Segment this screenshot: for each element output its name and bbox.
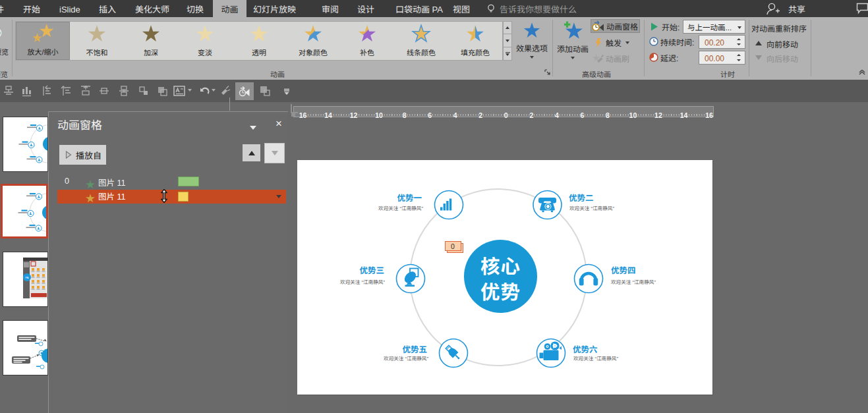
svg-text:8: 8	[403, 111, 407, 119]
svg-text:4: 4	[555, 111, 559, 119]
svg-text:PA: PA	[25, 275, 28, 279]
svg-text:2: 2	[529, 111, 533, 119]
svg-text:16: 16	[705, 111, 713, 119]
svg-text:8: 8	[606, 111, 610, 119]
svg-text:6: 6	[428, 111, 432, 119]
svg-text:6: 6	[580, 111, 584, 119]
svg-text:2: 2	[478, 111, 482, 119]
svg-text:0: 0	[504, 111, 508, 119]
svg-text:4: 4	[453, 111, 457, 119]
